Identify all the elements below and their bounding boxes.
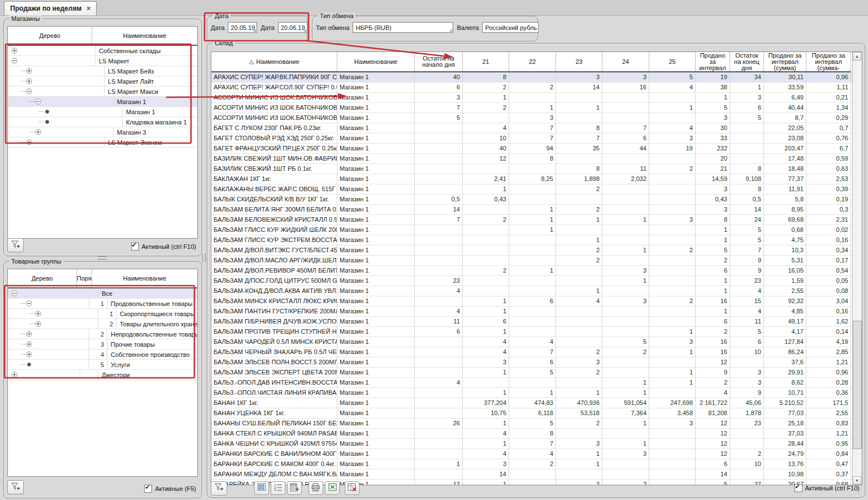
expand-icon[interactable] [11, 372, 18, 378]
table-row[interactable]: БАГЕТ СТОЛОВЫЙ РЭД ХЭД 250Г 0.25кг.Магаз… [211, 133, 853, 144]
table-remove-button[interactable] [345, 481, 359, 495]
table-row[interactable]: БАЛЬЗАМ Д/ВОЛ.РЕВИВОР 450МЛ БЕЛИТАМагази… [211, 266, 853, 276]
tree-row[interactable]: Джестори [8, 370, 197, 380]
table-row[interactable]: БАРАНКИ БАРСКИЕ С МАКОМ 400Г 0.4кг.Магаз… [211, 459, 853, 469]
vertical-scrollbar[interactable]: ▲ ▼ [852, 52, 862, 485]
table-row[interactable]: БАЛЬЗАМ ЭЛЬСЕВ ПОЛН.ВОССТ.5 200МЛ ЕМагаз… [211, 357, 853, 368]
currency-input[interactable]: Российский рубль [482, 22, 539, 33]
table-row[interactable]: АРАХИС СУПЕР! ЖАР.СОЛ.90Г СУПЕР! 0.09кМа… [211, 83, 853, 93]
table-row[interactable]: БАЛЬЗАМ ГЛИСС КУР ЭКСТРЕМ.ВОССТАН.Магази… [211, 235, 853, 245]
scroll-down-icon[interactable]: ▼ [853, 476, 861, 485]
date-to-input[interactable]: 20.06.19 [278, 22, 307, 33]
numbered-list-button[interactable]: 123 [271, 481, 285, 495]
table-row[interactable]: АССОРТИ МИНИС ИЗ ШОК.БАТОНЧИКОВ 34Магази… [211, 103, 853, 113]
vertical-splitter[interactable] [202, 15, 206, 500]
column-header-order[interactable]: Поря [77, 269, 92, 287]
table-row[interactable]: БАГЕТ С ЛУКОМ 230Г ПАК.РБ 0.23кг.Магазин… [211, 123, 853, 133]
table-row[interactable]: БАНАНЫ СУШ.БЕЛЫЙ ПЕЛИКАН 150Г БЕЛЬМагази… [211, 419, 853, 429]
collapse-icon[interactable] [26, 300, 33, 307]
table-row[interactable]: БАЛЬЗАМ ПАНТИН ГУСТ/КРЕПКИЕ 200МЛ РМагаз… [211, 307, 853, 317]
scroll-up-icon[interactable]: ▲ [853, 52, 861, 61]
table-row[interactable]: БАНКА ЧЕШНИ С КРЫШКОЙ 420МЛ 97554 Р.Мага… [211, 439, 853, 449]
column-header-day-25[interactable]: 25 [649, 52, 696, 71]
column-header-day-24[interactable]: 24 [602, 52, 649, 71]
filter-plus-button[interactable] [211, 481, 227, 495]
table-row[interactable]: БАГЕТ ФРАНЦУЗСКИЙ ПР.ЦЕХ 250Г 0.25кг.Маг… [211, 144, 853, 154]
column-header-day-22[interactable]: 22 [509, 52, 556, 71]
column-header-tree[interactable]: Дерево [8, 269, 77, 287]
tree-row[interactable]: 2Непродовольственные товары [8, 329, 197, 339]
tab-sales-by-weeks[interactable]: Продажи по неделям × [4, 1, 97, 15]
tree-row[interactable]: Собственные склады [8, 46, 197, 56]
table-row[interactable]: БАЛЬЗАМ МИНСК КРИСТАЛЛ ЛЮКС КРИСТАМагази… [211, 296, 853, 307]
calculator-plus-button[interactable] [287, 481, 302, 495]
expand-icon[interactable] [26, 331, 33, 337]
table-row[interactable]: АРАХИС СУПЕР! ЖАР.ВК.ПАПРИКИ 90Г СУПМага… [211, 72, 853, 83]
tree-row[interactable]: Магазин 3 [8, 127, 197, 137]
table-row[interactable]: БАЗИЛИК СВЕЖИЙ 1ШТ МИН.ОВ.ФАБРИКАМагазин… [211, 154, 853, 164]
table-row[interactable]: БАЛЬЗАМ ЧАРОДЕЙ 0.5Л МИНСК КРИСТАЛЛМагаз… [211, 337, 853, 347]
date-from-input[interactable]: 20.05.19 [228, 22, 257, 33]
table-row[interactable]: БАЛЬЗАМ БЕЛИТА ЯНГ 300МЛ БЕЛИТА 0.3кМага… [211, 205, 853, 215]
expand-icon[interactable] [11, 48, 18, 54]
table-row[interactable]: БАРАНКИ БАРСКИЕ С ВАНИЛИНОМ 400Г 0.4Мага… [211, 449, 853, 459]
tree-row[interactable]: 4Собственное производство [8, 350, 197, 360]
table-row[interactable]: БАЛЬЗАМ П/БР.НИВЕЯ Д/ЧУВ.КОЖ.УСПОК.1Мага… [211, 317, 853, 327]
collapse-icon[interactable] [26, 88, 33, 94]
column-header-product[interactable]: Наименование [211, 52, 337, 71]
table-row[interactable]: БАЛЬЗ.-ОПОЛ.ДАВ ИНТЕНСИВН.ВОССТАН.Магази… [211, 378, 853, 388]
column-header-day-21[interactable]: 21 [463, 52, 509, 71]
column-header-store[interactable]: Наименование [337, 52, 415, 71]
tree-row[interactable]: LS Маркет [8, 56, 197, 66]
collapse-icon[interactable] [11, 58, 18, 64]
tree-row[interactable]: LS Маркет Лайт [8, 76, 197, 87]
columns-button[interactable] [254, 481, 269, 495]
tree-row[interactable]: LS Маркет Эконом [8, 137, 197, 148]
table-row[interactable]: БАЛЬЗАМ Д/ПОС.ГОЛД ЦИТРУС 500МЛ GOLМагаз… [211, 276, 853, 286]
tree-row[interactable]: 1Продовольственные товары [8, 299, 197, 309]
table-row[interactable]: АССОРТИ МИНИС ИЗ ШОК.БАТОНЧИКОВ 3Магазин… [211, 93, 853, 103]
expand-icon[interactable] [26, 139, 33, 145]
column-header-name[interactable]: Наименование [92, 269, 197, 287]
tree-row[interactable]: 3Прочие товары [8, 339, 197, 350]
tab-close-icon[interactable]: × [86, 5, 90, 12]
tree-row[interactable]: 2Товары длительного хранения [8, 319, 197, 329]
expand-icon[interactable] [26, 78, 33, 84]
groups-filter-button[interactable] [7, 480, 24, 494]
column-header-sold-sum[interactable]: Продано за интервал (сумма) [764, 52, 806, 71]
collapse-icon[interactable] [11, 290, 18, 296]
scrollbar-thumb[interactable] [853, 321, 862, 449]
column-header-day-23[interactable]: 23 [556, 52, 602, 71]
table-row[interactable]: БАНАН 1КГ 1кг.Магазин 1377,204474,83470,… [211, 398, 853, 408]
expand-icon[interactable] [35, 311, 42, 317]
collapse-icon[interactable] [35, 98, 42, 105]
tree-row[interactable]: 1Скоропортящиеся товары [8, 309, 197, 319]
stores-active-checkbox[interactable]: ✔ [131, 243, 139, 251]
excel-export-button[interactable] [325, 481, 340, 495]
table-row[interactable]: БАЛЬЗАМ ПРОТИВ ТРЕЩИН СТУПНЕЙ НОГМагазин… [211, 327, 853, 337]
tree-row[interactable]: Магазин 1 [8, 107, 197, 117]
expand-icon[interactable] [26, 351, 33, 357]
table-row[interactable]: БАРАНКИ МЕЖДУ ДЕЛОМ С ВАН.МЯГК.В/СМагази… [211, 469, 853, 480]
expand-icon[interactable] [26, 341, 33, 347]
table-row[interactable]: БАНАН УЦЕНКА 1КГ 1кг.Магазин 110,756,118… [211, 408, 853, 419]
tree-row[interactable]: Магазин 1 [8, 97, 197, 107]
column-header-name[interactable]: Наименование [92, 27, 197, 45]
expand-icon[interactable] [35, 321, 42, 327]
table-row[interactable]: БАЛЬЗАМ ГЛИСС КУР ЖИДКИЙ ШЕЛК 200ММагази… [211, 225, 853, 235]
table-row[interactable]: БАЛЬЗАМ Д/ВОЛ.МАСЛО АРГ/ЖИДК.ШЕЛК 5Магаз… [211, 256, 853, 266]
tree-row[interactable]: Кладовка магазина 1 [8, 117, 197, 127]
table-row[interactable]: БАНКА СТЕКЛ.С КРЫШКОЙ 940МЛ PASABAHМагаз… [211, 429, 853, 439]
tree-row[interactable]: LS Маркет Макси [8, 87, 197, 97]
tree-row[interactable]: Все [8, 288, 197, 299]
expand-icon[interactable] [35, 129, 42, 135]
column-header-sold-sum2[interactable]: Продано за интервал (сумма- [806, 52, 851, 71]
column-header-tree[interactable]: Дерево [8, 27, 92, 45]
expand-icon[interactable] [26, 68, 33, 74]
table-row[interactable]: БАЛЬЗАМ ЭЛЬСЕВ ЭКСПЕРТ ЦВЕТА 200МЛМагази… [211, 368, 853, 378]
table-row[interactable]: БАКЛАЖАН 1КГ 1кг.Магазин 12,418,251,8982… [211, 174, 853, 184]
table-row[interactable]: БАЛЬЗ.-ОПОЛ.ЧИСТАЯ ЛИНИЯ КРАПИВА 25Магаз… [211, 388, 853, 398]
table-row[interactable]: БАЗИЛИК СВЕЖИЙ 1ШТ РБ 0.1кг.Магазин 1811… [211, 164, 853, 174]
table-row[interactable]: БАЛЬЗАМ БЕЛОВЕЖСКИЙ КРИСТАЛЛ 0.5ЛМагазин… [211, 215, 853, 225]
table-row[interactable]: БАЛЬЗАМ-КОНД.Д/ВОЛ.АКВА АКТИВ УВЛ.35Мага… [211, 286, 853, 296]
